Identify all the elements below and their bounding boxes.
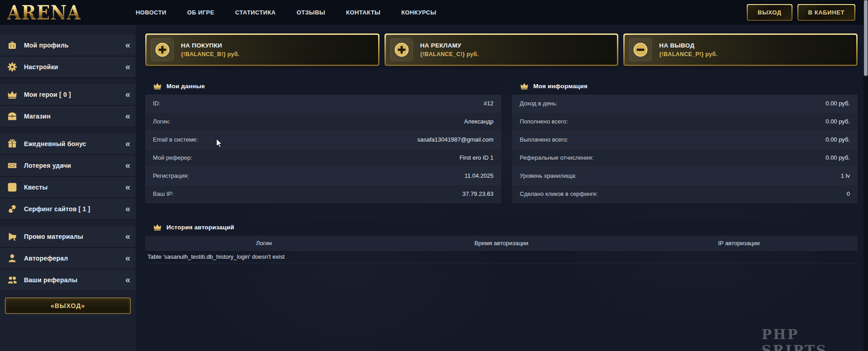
sidebar-item-heroes[interactable]: Мои герои [ 0 ] « xyxy=(0,84,136,106)
nav-item-contacts[interactable]: КОНТАКТЫ xyxy=(346,9,380,16)
nav-item-contests[interactable]: КОНКУРСЫ xyxy=(401,9,436,16)
panel-my-data: Мои данные ID: #12 Логин: Александр Emai… xyxy=(145,77,501,203)
collapse-chevron-icon[interactable]: « xyxy=(125,111,130,122)
sidebar-groups: Мой профиль « Настройки « Мои герои [ 0 xyxy=(0,25,136,291)
link-icon xyxy=(6,203,18,215)
collapse-chevron-icon[interactable]: « xyxy=(125,182,130,193)
sidebar-group-referrals: Промо материалы « Автореферал « Ваши реф… xyxy=(0,226,136,291)
sidebar-item-label: Промо материалы xyxy=(24,233,125,240)
panel-rows: Доход в день: 0.00 руб. Пополнено всего:… xyxy=(512,95,858,203)
gift-icon xyxy=(6,138,18,150)
sidebar-group-earn: Ежедневный бонус « Лотерея удачи « Квест… xyxy=(0,133,136,220)
nav-item-about[interactable]: ОБ ИГРЕ xyxy=(187,9,214,16)
top-navigation: НОВОСТИ ОБ ИГРЕ СТАТИСТИКА ОТЗЫВЫ КОНТАК… xyxy=(136,9,436,16)
row-label: Сделано кликов в серфинге: xyxy=(520,190,598,197)
row-label: Ваш IP: xyxy=(153,190,174,197)
balance-card-texts: НА ВЫВОД {!BALANCE_P!} руб. xyxy=(659,42,717,57)
sidebar-item-daily-bonus[interactable]: Ежедневный бонус « xyxy=(0,133,136,155)
collapse-chevron-icon[interactable]: « xyxy=(125,232,130,242)
row-value: 0.00 руб. xyxy=(825,136,850,143)
info-panels-row: Мои данные ID: #12 Логин: Александр Emai… xyxy=(145,77,858,203)
table-row: Регистрация: 11.04.2025 xyxy=(145,167,501,185)
row-label: Логин: xyxy=(153,118,171,125)
panel-my-info: Моя информация Доход в день: 0.00 руб. П… xyxy=(512,77,858,203)
row-value: First ero ID 1 xyxy=(460,154,493,161)
main-content: НА ПОКУПКИ {!BALANCE_B!} руб. НА РЕКЛАМУ… xyxy=(136,25,868,351)
row-value: 1 lv xyxy=(841,172,850,179)
row-value: 0.00 руб. xyxy=(825,154,850,161)
arena-logo[interactable]: ARENA xyxy=(7,3,81,23)
collapse-chevron-icon[interactable]: « xyxy=(125,204,130,214)
sidebar-item-quests[interactable]: Квесты « xyxy=(0,177,136,199)
sidebar-item-settings[interactable]: Настройки « xyxy=(0,57,136,78)
table-row: Мой реферер: First ero ID 1 xyxy=(145,149,501,167)
crown-icon xyxy=(520,81,529,90)
collapse-chevron-icon[interactable]: « xyxy=(125,62,130,72)
crown-icon xyxy=(153,81,162,90)
balance-card-value: {!BALANCE_C!} руб. xyxy=(420,51,479,57)
collapse-chevron-icon[interactable]: « xyxy=(125,275,130,285)
nav-item-news[interactable]: НОВОСТИ xyxy=(136,9,166,16)
logout-button[interactable]: ВЫХОД xyxy=(747,4,792,21)
row-value: 11.04.2025 xyxy=(465,172,493,179)
sidebar-item-autoreferral[interactable]: Автореферал « xyxy=(0,248,136,270)
panel-title: Мои данные xyxy=(166,83,205,90)
balance-card-texts: НА РЕКЛАМУ {!BALANCE_C!} руб. xyxy=(420,42,479,57)
collapse-chevron-icon[interactable]: « xyxy=(125,90,130,100)
sidebar-item-your-referrals[interactable]: Ваши рефералы « xyxy=(0,270,136,291)
plus-coin-icon xyxy=(390,38,413,61)
minus-coin-icon xyxy=(629,38,652,61)
balance-card-value: {!BALANCE_P!} руб. xyxy=(659,51,717,57)
collapse-chevron-icon[interactable]: « xyxy=(125,161,130,171)
sidebar-item-label: Мой профиль xyxy=(24,42,125,49)
row-label: Регистрация: xyxy=(153,172,189,179)
row-label: Email в системе: xyxy=(153,136,198,143)
table-row: Выплачено всего: 0.00 руб. xyxy=(512,131,858,149)
row-value: #12 xyxy=(484,100,493,107)
sidebar-item-lottery[interactable]: Лотерея удачи « xyxy=(0,155,136,177)
sidebar-item-label: Магазин xyxy=(24,113,125,120)
table-row: Пополнено всего: 0.00 руб. xyxy=(512,113,858,131)
sidebar-item-profile[interactable]: Мой профиль « xyxy=(0,35,136,57)
table-row: Email в системе: sasafa13041987@gmail.co… xyxy=(145,131,501,149)
row-label: Уровень хранилища: xyxy=(520,172,576,179)
table-row: Доход в день: 0.00 руб. xyxy=(512,95,858,113)
megaphone-icon xyxy=(6,231,18,242)
sidebar-item-label: Мои герои [ 0 ] xyxy=(24,91,125,98)
auth-history-section: История авторизаций Логин Время авториза… xyxy=(145,218,858,263)
panel-header: История авторизаций xyxy=(145,218,858,236)
balance-card-purchases[interactable]: НА ПОКУПКИ {!BALANCE_B!} руб. xyxy=(145,33,379,66)
collapse-chevron-icon[interactable]: « xyxy=(125,139,130,149)
nav-item-statistics[interactable]: СТАТИСТИКА xyxy=(235,9,276,16)
auth-history-column-headers: Логин Время авторизации IP авторизации xyxy=(145,236,858,251)
balance-card-title: НА РЕКЛАМУ xyxy=(420,42,479,49)
table-row: Уровень хранилища: 1 lv xyxy=(512,167,858,185)
row-label: Выплачено всего: xyxy=(520,136,568,143)
collapse-chevron-icon[interactable]: « xyxy=(125,253,130,264)
balance-card-title: НА ВЫВОД xyxy=(659,42,717,49)
panel-title: История авторизаций xyxy=(166,224,234,231)
table-row: Ваш IP: 37.79.23.63 xyxy=(145,185,501,203)
logo-wrap: ARENA xyxy=(0,4,136,21)
nav-item-reviews[interactable]: ОТЗЫВЫ xyxy=(297,9,325,16)
sidebar-item-surfing[interactable]: Серфинг сайтов [ 1 ] « xyxy=(0,199,136,220)
page-scrollbar[interactable] xyxy=(863,0,868,351)
sidebar-item-label: Ежедневный бонус xyxy=(24,140,125,147)
sidebar-item-label: Серфинг сайтов [ 1 ] xyxy=(24,205,125,213)
sidebar-exit-button[interactable]: «ВЫХОД» xyxy=(5,298,131,314)
user-icon xyxy=(6,252,18,264)
sidebar-item-label: Автореферал xyxy=(24,255,125,262)
panel-rows: ID: #12 Логин: Александр Email в системе… xyxy=(145,95,501,203)
panel-header: Мои данные xyxy=(145,77,501,95)
panel-title: Моя информация xyxy=(533,83,588,90)
balance-card-withdraw[interactable]: НА ВЫВОД {!BALANCE_P!} руб. xyxy=(623,33,858,66)
column-header-auth-ip: IP авторизации xyxy=(620,240,858,247)
crown-icon xyxy=(6,89,18,100)
sidebar-item-promo[interactable]: Промо материалы « xyxy=(0,226,136,248)
scrollbar-thumb[interactable] xyxy=(864,0,868,76)
sidebar-item-shop[interactable]: Магазин « xyxy=(0,106,136,128)
balance-card-advertising[interactable]: НА РЕКЛАМУ {!BALANCE_C!} руб. xyxy=(384,33,619,66)
balance-cards-row: НА ПОКУПКИ {!BALANCE_B!} руб. НА РЕКЛАМУ… xyxy=(145,33,858,66)
cabinet-button[interactable]: В КАБИНЕТ xyxy=(797,4,855,21)
collapse-chevron-icon[interactable]: « xyxy=(125,40,130,51)
